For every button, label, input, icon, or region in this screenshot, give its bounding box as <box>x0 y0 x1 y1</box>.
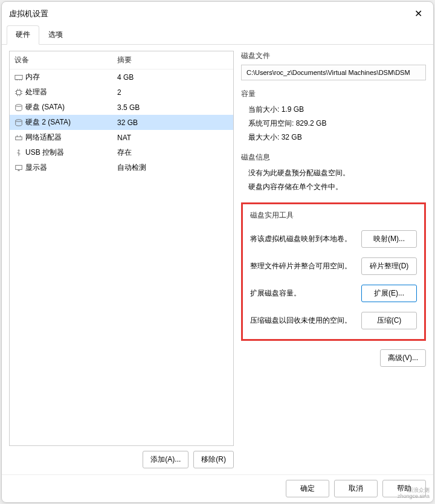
usb-icon <box>14 149 25 157</box>
cancel-button[interactable]: 取消 <box>334 480 378 497</box>
device-name: 显示器 <box>25 163 117 173</box>
disk-icon <box>14 103 25 112</box>
device-name: 处理器 <box>25 87 117 97</box>
ok-button[interactable]: 确定 <box>286 480 329 497</box>
device-list-header: 设备 摘要 <box>10 51 233 69</box>
tool-compact-desc: 压缩磁盘以回收未使用的空间。 <box>250 315 361 326</box>
titlebar: 虚拟机设置 ✕ <box>2 2 433 25</box>
device-name: 内存 <box>25 72 117 82</box>
tool-compact-row: 压缩磁盘以回收未使用的空间。 压缩(C) <box>250 312 417 329</box>
device-row[interactable]: 硬盘 2 (SATA)32 GB <box>10 115 233 130</box>
device-name: 硬盘 (SATA) <box>25 102 117 112</box>
advanced-button[interactable]: 高级(V)... <box>380 349 426 367</box>
disk-tools-section: 磁盘实用工具 将该虚拟机磁盘映射到本地卷。 映射(M)... 整理文件碎片并整合… <box>241 202 426 341</box>
svg-rect-0 <box>15 75 22 79</box>
device-row[interactable]: 内存4 GB <box>10 69 233 85</box>
disk-info-line2: 硬盘内容存储在单个文件中。 <box>241 180 426 194</box>
device-list[interactable]: 设备 摘要 内存4 GB处理器2硬盘 (SATA)3.5 GB硬盘 2 (SAT… <box>9 51 234 446</box>
body: 设备 摘要 内存4 GB处理器2硬盘 (SATA)3.5 GB硬盘 2 (SAT… <box>2 45 433 474</box>
map-button[interactable]: 映射(M)... <box>361 230 417 248</box>
close-icon[interactable]: ✕ <box>411 7 426 21</box>
tab-hardware[interactable]: 硬件 <box>7 25 39 45</box>
svg-rect-5 <box>17 90 21 94</box>
device-summary: 3.5 GB <box>117 103 140 112</box>
device-summary: 4 GB <box>117 73 134 82</box>
tool-defrag-desc: 整理文件碎片并整合可用空间。 <box>250 261 361 271</box>
svg-point-14 <box>16 104 22 106</box>
disk-info-line1: 没有为此硬盘预分配磁盘空间。 <box>241 166 426 180</box>
tool-defrag-row: 整理文件碎片并整合可用空间。 碎片整理(D) <box>250 257 417 275</box>
device-summary: 2 <box>117 88 121 97</box>
tab-options[interactable]: 选项 <box>39 25 72 44</box>
advanced-row: 高级(V)... <box>241 349 426 367</box>
device-row[interactable]: 处理器2 <box>10 85 233 100</box>
svg-rect-16 <box>16 137 22 140</box>
disk-file-title: 磁盘文件 <box>241 51 426 61</box>
capacity-max: 最大大小: 32 GB <box>241 131 426 144</box>
device-row[interactable]: 网络适配器NAT <box>10 130 233 145</box>
device-summary: 存在 <box>117 147 132 158</box>
device-summary: NAT <box>117 134 131 142</box>
disk-info-title: 磁盘信息 <box>241 152 426 163</box>
footer: 确定 取消 帮助 新浪众测 zhongce.sina <box>2 474 433 502</box>
device-summary: 32 GB <box>117 118 138 127</box>
tool-expand-desc: 扩展磁盘容量。 <box>250 288 361 299</box>
left-buttons: 添加(A)... 移除(R) <box>9 451 234 468</box>
capacity-title: 容量 <box>241 89 426 99</box>
main-row: 设备 摘要 内存4 GB处理器2硬盘 (SATA)3.5 GB硬盘 2 (SAT… <box>9 51 426 468</box>
cpu-icon <box>14 88 25 97</box>
left-column: 设备 摘要 内存4 GB处理器2硬盘 (SATA)3.5 GB硬盘 2 (SAT… <box>9 51 234 468</box>
window-title: 虚拟机设置 <box>9 8 411 19</box>
device-summary: 自动检测 <box>117 163 146 173</box>
disk-icon <box>14 118 25 127</box>
expand-button[interactable]: 扩展(E)... <box>361 285 417 302</box>
device-name: 网络适配器 <box>25 132 117 143</box>
capacity-section: 容量 当前大小: 1.9 GB 系统可用空间: 829.2 GB 最大大小: 3… <box>241 89 426 144</box>
capacity-free: 系统可用空间: 829.2 GB <box>241 117 426 131</box>
device-row[interactable]: 硬盘 (SATA)3.5 GB <box>10 100 233 115</box>
header-summary: 摘要 <box>117 55 132 65</box>
device-row[interactable]: 显示器自动检测 <box>10 160 233 175</box>
device-row[interactable]: USB 控制器存在 <box>10 145 233 160</box>
remove-button[interactable]: 移除(R) <box>193 451 234 468</box>
svg-rect-19 <box>16 165 22 169</box>
disk-tools-title: 磁盘实用工具 <box>250 210 417 221</box>
compact-button[interactable]: 压缩(C) <box>361 312 417 329</box>
svg-point-15 <box>16 119 22 121</box>
tab-strip: 硬件 选项 <box>2 25 433 45</box>
add-button[interactable]: 添加(A)... <box>143 451 188 468</box>
memory-icon <box>14 73 25 82</box>
help-button[interactable]: 帮助 <box>382 480 426 497</box>
disk-info-section: 磁盘信息 没有为此硬盘预分配磁盘空间。 硬盘内容存储在单个文件中。 <box>241 152 426 194</box>
header-device: 设备 <box>14 55 117 65</box>
disk-file-section: 磁盘文件 C:\Users\roc_z\Documents\Virtual Ma… <box>241 51 426 80</box>
right-column: 磁盘文件 C:\Users\roc_z\Documents\Virtual Ma… <box>241 51 426 468</box>
defrag-button[interactable]: 碎片整理(D) <box>361 257 417 275</box>
disk-file-path[interactable]: C:\Users\roc_z\Documents\Virtual Machine… <box>241 65 426 80</box>
tool-map-desc: 将该虚拟机磁盘映射到本地卷。 <box>250 234 361 244</box>
tool-expand-row: 扩展磁盘容量。 扩展(E)... <box>250 285 417 302</box>
tool-map-row: 将该虚拟机磁盘映射到本地卷。 映射(M)... <box>250 230 417 248</box>
capacity-current: 当前大小: 1.9 GB <box>241 103 426 117</box>
device-name: USB 控制器 <box>25 147 117 158</box>
device-name: 硬盘 2 (SATA) <box>25 117 117 128</box>
display-icon <box>14 164 25 172</box>
settings-window: 虚拟机设置 ✕ 硬件 选项 设备 摘要 内存4 GB处理器2硬盘 (SATA)3… <box>1 1 434 503</box>
net-icon <box>14 134 25 142</box>
